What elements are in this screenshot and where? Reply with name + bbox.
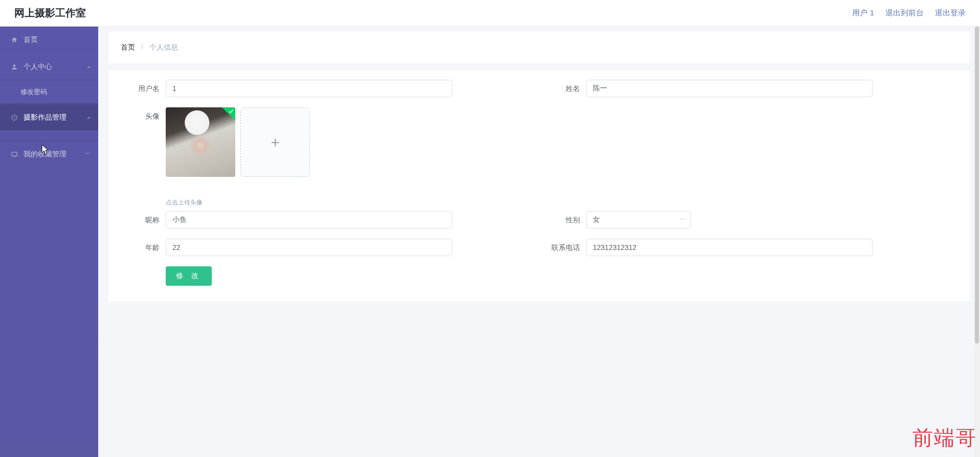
clock-icon xyxy=(10,113,18,122)
brand-title: 网上摄影工作室 xyxy=(14,6,86,20)
label-age: 年龄 xyxy=(119,239,160,256)
username-input[interactable] xyxy=(166,80,452,97)
avatar-preview[interactable] xyxy=(166,107,235,177)
sidebar-sub-change-password[interactable]: 修改密码 xyxy=(0,80,98,103)
sidebar-item-label: 摄影作品管理 xyxy=(24,113,66,122)
avatar-upload-hint: 点击上传头像 xyxy=(166,198,310,207)
breadcrumb-separator: / xyxy=(141,43,143,51)
svg-rect-1 xyxy=(12,152,17,155)
label-username: 用户名 xyxy=(119,80,160,97)
chevron-down-icon: ﹀ xyxy=(85,150,91,158)
sidebar-sub-truncated[interactable] xyxy=(0,130,98,141)
header-right: 用户 1 退出到前台 退出登录 xyxy=(852,8,966,18)
monitor-icon xyxy=(10,150,18,158)
app-header: 网上摄影工作室 用户 1 退出到前台 退出登录 xyxy=(0,0,980,27)
chevron-up-icon: ⌐ xyxy=(87,63,91,71)
check-icon xyxy=(222,107,235,121)
home-icon xyxy=(10,36,18,44)
gender-select[interactable] xyxy=(586,211,691,228)
header-user-label[interactable]: 用户 1 xyxy=(852,8,874,18)
sidebar-item-label: 个人中心 xyxy=(24,62,52,72)
breadcrumb-current: 个人信息 xyxy=(149,43,178,51)
form-panel: 用户名 姓名 头像 xyxy=(108,71,970,301)
sidebar-item-profile[interactable]: 个人中心 ⌐ xyxy=(0,53,98,80)
sidebar-item-label: 我的收藏管理 xyxy=(24,150,66,159)
header-back-front-link[interactable]: 退出到前台 xyxy=(885,8,924,18)
submit-button[interactable]: 修 改 xyxy=(166,266,212,286)
label-gender: 性别 xyxy=(539,211,580,228)
label-spacer xyxy=(119,267,160,285)
phone-input[interactable] xyxy=(586,239,873,256)
plus-icon: ＋ xyxy=(268,135,282,149)
sidebar-item-home[interactable]: 首页 xyxy=(0,27,98,53)
sidebar-item-favorites[interactable]: 我的收藏管理 ﹀ xyxy=(0,141,98,167)
breadcrumb: 首页 / 个人信息 xyxy=(108,32,970,63)
sidebar: 首页 个人中心 ⌐ 修改密码 摄影作品管理 ⌐ 我的收藏管理 ﹀ xyxy=(0,27,98,457)
chevron-up-icon: ⌐ xyxy=(87,114,91,121)
breadcrumb-home-link[interactable]: 首页 xyxy=(121,43,135,51)
age-input[interactable] xyxy=(166,239,452,256)
nickname-input[interactable] xyxy=(166,211,452,228)
name-input[interactable] xyxy=(586,80,873,97)
header-logout-link[interactable]: 退出登录 xyxy=(935,8,966,18)
sidebar-sub-label: 修改密码 xyxy=(20,87,47,97)
avatar-upload-button[interactable]: ＋ xyxy=(240,107,310,177)
user-icon xyxy=(10,63,18,71)
label-name: 姓名 xyxy=(539,80,580,97)
label-nickname: 昵称 xyxy=(119,211,160,228)
sidebar-item-label: 首页 xyxy=(24,35,38,44)
label-phone: 联系电话 xyxy=(539,239,580,256)
sidebar-item-photo-works[interactable]: 摄影作品管理 ⌐ xyxy=(0,104,98,130)
main-content: 首页 / 个人信息 用户名 姓名 头像 xyxy=(98,27,980,457)
label-avatar: 头像 xyxy=(119,107,160,125)
